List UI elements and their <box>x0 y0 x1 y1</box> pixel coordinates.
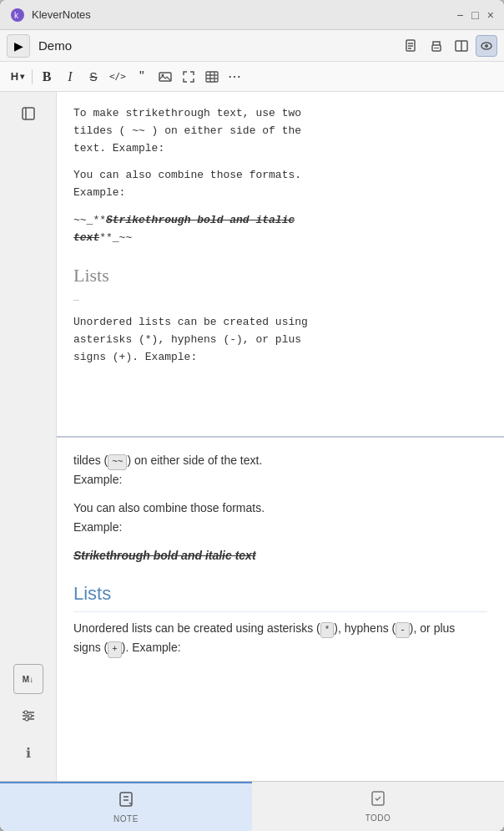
asterisk-kbd: * <box>320 622 335 639</box>
preview-para-3: Unordered lists can be created using ast… <box>73 619 487 658</box>
preview-icon[interactable] <box>476 35 497 57</box>
todo-tab-label: TODO <box>365 813 391 823</box>
code-button[interactable]: </> <box>106 66 129 88</box>
toolbar-icons <box>401 35 497 57</box>
hyphen-kbd: - <box>396 622 410 639</box>
note-tab-label: Note <box>113 814 139 823</box>
file-icon[interactable] <box>401 35 422 57</box>
preview-heading-lists: Lists <box>73 579 487 612</box>
sidebar-toggle-button[interactable]: ▶ <box>7 34 30 58</box>
strikethrough-button[interactable]: S <box>83 66 104 88</box>
info-icon[interactable]: ℹ <box>13 737 43 768</box>
quote-button[interactable]: " <box>131 66 153 88</box>
editor-strike-example: ~~_**Strikethrough bold and italictext**… <box>73 212 487 247</box>
svg-rect-19 <box>23 108 34 119</box>
note-tab-icon <box>118 791 134 812</box>
title-bar-left: k KleverNotes <box>10 8 91 23</box>
preview-pane: tildes (~~) on either side of the text. … <box>57 438 504 782</box>
maximize-button[interactable]: □ <box>471 8 478 22</box>
main-area: M↓ ℹ To make strike <box>0 92 504 781</box>
preview-strike-text: Strikethrough bold and italic text <box>73 549 256 562</box>
editor-para-2: You can also combine those formats.Examp… <box>73 167 487 202</box>
layout-split-icon[interactable] <box>451 35 472 57</box>
doc-title: Demo <box>35 38 396 53</box>
markdown-badge-icon[interactable]: M↓ <box>13 664 43 694</box>
close-button[interactable]: × <box>487 8 494 22</box>
panes-container: To make strikethrough text, use twotilde… <box>57 92 504 781</box>
minimize-button[interactable]: − <box>456 8 463 22</box>
preview-strike-example: Strikethrough bold and italic text <box>73 546 487 565</box>
app-title: KleverNotes <box>32 8 91 21</box>
tab-todo[interactable]: TODO <box>252 782 504 831</box>
filter-settings-icon[interactable] <box>13 701 43 731</box>
svg-point-25 <box>28 714 32 717</box>
heading-button[interactable]: H ▾ <box>7 66 28 88</box>
toolbar-separator-1 <box>32 69 33 84</box>
expand-button[interactable] <box>178 66 199 88</box>
editor-toolbar: H ▾ B I S </> " <box>0 62 504 92</box>
svg-point-26 <box>25 717 28 721</box>
more-button[interactable]: ⋯ <box>224 66 246 88</box>
tilde-kbd: ~~ <box>108 454 127 471</box>
app-logo-icon: k <box>10 8 25 23</box>
bottom-tabs: Note TODO <box>0 781 504 831</box>
window-controls: − □ × <box>456 8 494 22</box>
editor-heading-lists: Lists <box>73 261 487 290</box>
document-toolbar: ▶ Demo <box>0 30 504 62</box>
heading-chevron-icon: ▾ <box>20 72 24 81</box>
italic-button[interactable]: I <box>59 66 81 88</box>
sidebar-bottom: M↓ ℹ <box>13 664 43 774</box>
editor-para-3: Unordered lists can be created usingaste… <box>73 314 487 366</box>
panel-toggle-button[interactable] <box>13 99 43 129</box>
preview-para-2: You can also combine those formats.Examp… <box>73 499 487 536</box>
sidebar-toggle-icon: ▶ <box>14 39 23 53</box>
svg-point-11 <box>485 44 488 48</box>
todo-tab-icon <box>370 790 386 811</box>
heading-label: H <box>11 70 18 83</box>
image-button[interactable] <box>154 66 176 88</box>
title-bar: k KleverNotes − □ × <box>0 0 504 30</box>
svg-rect-14 <box>206 72 218 82</box>
bold-button[interactable]: B <box>36 66 58 88</box>
editor-heading-divider: — <box>73 293 487 308</box>
app-window: k KleverNotes − □ × ▶ Demo <box>0 0 504 831</box>
editor-pane[interactable]: To make strikethrough text, use twotilde… <box>57 92 504 438</box>
preview-para-1: tildes (~~) on either side of the text. … <box>73 451 487 489</box>
print-icon[interactable] <box>426 35 447 57</box>
svg-point-24 <box>24 711 28 714</box>
svg-rect-7 <box>434 48 439 48</box>
tab-note[interactable]: Note <box>0 782 252 831</box>
left-sidebar: M↓ ℹ <box>0 92 57 781</box>
editor-para-1: To make strikethrough text, use twotilde… <box>73 105 487 157</box>
table-button[interactable] <box>201 66 223 88</box>
plus-kbd: + <box>108 641 122 658</box>
